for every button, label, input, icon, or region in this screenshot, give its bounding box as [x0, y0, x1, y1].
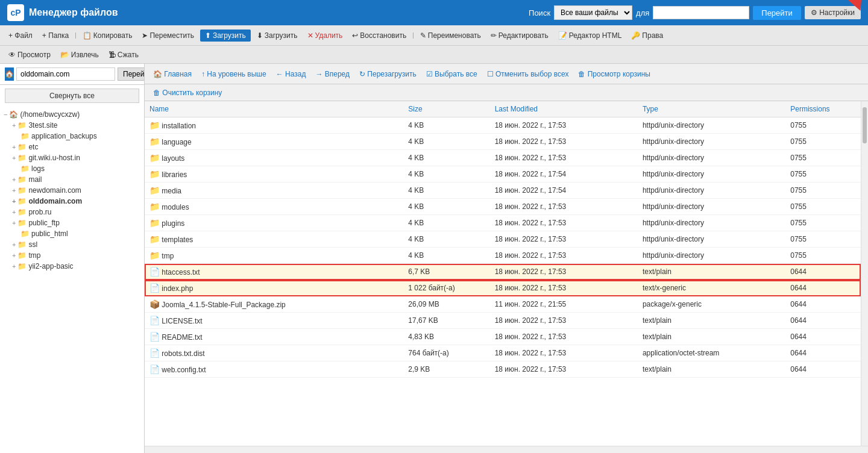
- rename-button[interactable]: ✎ Переименовать: [417, 30, 485, 41]
- cell-type: httpd/unix-directory: [638, 183, 785, 199]
- table-row[interactable]: 📁 templates 4 KB 18 июн. 2022 г., 17:53 …: [145, 231, 861, 248]
- col-name[interactable]: Name: [145, 101, 403, 117]
- tree-item-publichtml[interactable]: 📁 public_html: [0, 228, 144, 239]
- sidebar: 🏠 Перейти Свернуть все − 🏠 (/home/bwcycx…: [0, 64, 145, 453]
- edit-button[interactable]: ✏ Редактировать: [487, 30, 552, 41]
- plus-icon-3test: +: [12, 122, 16, 129]
- table-row[interactable]: 📁 plugins 4 KB 18 июн. 2022 г., 17:53 ht…: [145, 215, 861, 231]
- tree-item-newdomain[interactable]: + 📁 newdomain.com: [0, 185, 144, 196]
- nav-back-button[interactable]: ← Назад: [272, 69, 310, 80]
- col-permissions[interactable]: Permissions: [785, 101, 861, 117]
- table-row[interactable]: 📁 tmp 4 KB 18 июн. 2022 г., 17:53 httpd/…: [145, 248, 861, 264]
- nav-reload-button[interactable]: ↻ Перезагрузить: [356, 69, 420, 80]
- new-folder-button[interactable]: + Папка: [39, 30, 72, 41]
- table-row[interactable]: 📄 htaccess.txt 6,7 KB 18 июн. 2022 г., 1…: [145, 264, 861, 280]
- compress-icon: 🗜: [108, 51, 116, 59]
- nav-up-button[interactable]: ↑ На уровень выше: [198, 69, 270, 80]
- tree-item-olddomain[interactable]: + 📁 olddomain.com: [0, 196, 144, 207]
- tree-item-3test[interactable]: + 📁 3test.site: [0, 120, 144, 131]
- extract-icon: 📂: [60, 51, 69, 59]
- plus-icon-yii2: +: [12, 263, 16, 270]
- table-row[interactable]: 📁 libraries 4 KB 18 июн. 2022 г., 17:54 …: [145, 166, 861, 183]
- app-title: Менеджер файлов: [29, 7, 118, 18]
- plus-icon-newdomain: +: [12, 187, 16, 194]
- tree-item-ssl[interactable]: + 📁 ssl: [0, 239, 144, 250]
- file-table-wrap[interactable]: Name Size Last Modified Type Permissions…: [145, 101, 861, 446]
- upload-icon: ⬆: [205, 31, 211, 40]
- path-goto-button[interactable]: Перейти: [118, 67, 145, 81]
- table-row[interactable]: 📄 index.php 1 022 байт(-а) 18 июн. 2022 …: [145, 280, 861, 296]
- cell-perms: 0644: [785, 264, 861, 280]
- sidebar-address-bar: 🏠 Перейти: [0, 64, 144, 85]
- tree-item-yii2[interactable]: + 📁 yii2-app-basic: [0, 261, 144, 272]
- restore-button[interactable]: ↩ Восстановить: [348, 30, 410, 41]
- folder-icon-olddomain: 📁: [17, 197, 27, 205]
- table-area: Name Size Last Modified Type Permissions…: [145, 101, 868, 446]
- html-editor-button[interactable]: 📝 Редактор HTML: [555, 30, 626, 41]
- toolbar-primary: + Файл + Папка | 📋 Копировать ➤ Перемест…: [0, 25, 868, 46]
- col-size[interactable]: Size: [403, 101, 489, 117]
- folder-icon-logs: 📁: [20, 164, 30, 173]
- empty-trash-button[interactable]: 🗑 Очистить корзину: [149, 87, 225, 98]
- cell-name: 📁 libraries: [145, 166, 403, 183]
- table-row[interactable]: 📁 language 4 KB 18 июн. 2022 г., 17:53 h…: [145, 134, 861, 150]
- horizontal-scrollbar[interactable]: [145, 446, 868, 453]
- tree-label-mail: mail: [28, 175, 42, 184]
- table-row[interactable]: 📁 media 4 KB 18 июн. 2022 г., 17:54 http…: [145, 183, 861, 199]
- delete-button[interactable]: ✕ Удалить: [304, 30, 347, 41]
- table-row[interactable]: 📄 web.config.txt 2,9 KB 18 июн. 2022 г.,…: [145, 361, 861, 378]
- home-icon[interactable]: 🏠: [5, 67, 14, 81]
- new-file-button[interactable]: + Файл: [5, 30, 36, 41]
- view-button[interactable]: 👁 Просмотр: [5, 49, 54, 60]
- cell-name: 📄 LICENSE.txt: [145, 313, 403, 329]
- tree-item-appbackups[interactable]: 📁 application_backups: [0, 131, 144, 142]
- move-button[interactable]: ➤ Переместить: [138, 30, 198, 41]
- tree-item-gitwiki[interactable]: + 📁 git.wiki.u-host.in: [0, 152, 144, 163]
- download-button[interactable]: ⬇ Загрузить: [253, 30, 301, 41]
- vertical-scrollbar[interactable]: [861, 101, 868, 446]
- table-row[interactable]: 📄 robots.txt.dist 764 байт(-а) 18 июн. 2…: [145, 345, 861, 361]
- table-row[interactable]: 📁 installation 4 KB 18 июн. 2022 г., 17:…: [145, 117, 861, 134]
- rights-button[interactable]: 🔑 Права: [627, 30, 667, 41]
- tree-item-etc[interactable]: + 📁 etc: [0, 142, 144, 152]
- table-row[interactable]: 📦 Joomla_4.1.5-Stable-Full_Package.zip 2…: [145, 296, 861, 313]
- tree-item-probru[interactable]: + 📁 prob.ru: [0, 207, 144, 217]
- folder-icon: 📁: [149, 169, 160, 179]
- nav-trash-button[interactable]: 🗑 Просмотр корзины: [574, 69, 654, 80]
- nav-deselect-all-button[interactable]: ☐ Отменить выбор всех: [483, 69, 573, 80]
- cell-perms: 0755: [785, 166, 861, 183]
- nav-home-button[interactable]: 🏠 Главная: [149, 69, 195, 80]
- copy-button[interactable]: 📋 Копировать: [79, 30, 136, 41]
- cell-date: 18 июн. 2022 г., 17:53: [490, 199, 638, 215]
- table-row[interactable]: 📁 modules 4 KB 18 июн. 2022 г., 17:53 ht…: [145, 199, 861, 215]
- search-scope-select[interactable]: Все ваши файлы Текущий каталог: [554, 5, 632, 20]
- cell-name: 📄 index.php: [145, 280, 403, 296]
- nav-forward-button[interactable]: → Вперед: [312, 69, 353, 80]
- tree-label-etc: etc: [28, 143, 38, 151]
- folder-icon: 📁: [149, 137, 160, 146]
- extract-button[interactable]: 📂 Извлечь: [57, 49, 102, 60]
- tree-item-logs[interactable]: 📁 logs: [0, 163, 144, 174]
- col-type[interactable]: Type: [638, 101, 785, 117]
- cell-size: 2,9 KB: [403, 361, 489, 378]
- tree-item-publicftp[interactable]: + 📁 public_ftp: [0, 217, 144, 228]
- tree-item-mail[interactable]: + 📁 mail: [0, 174, 144, 185]
- search-input[interactable]: [653, 6, 749, 19]
- nav-select-all-button[interactable]: ☑ Выбрать все: [423, 69, 481, 80]
- folder-icon: 📁: [149, 218, 160, 228]
- path-input[interactable]: [16, 67, 115, 81]
- search-goto-button[interactable]: Перейти: [753, 6, 801, 20]
- upload-button[interactable]: ⬆ Загрузить: [200, 30, 251, 42]
- folder-icon: 📁: [149, 202, 160, 211]
- settings-button[interactable]: ⚙ Настройки: [805, 6, 861, 19]
- table-row[interactable]: 📄 README.txt 4,83 KB 18 июн. 2022 г., 17…: [145, 329, 861, 345]
- cell-date: 18 июн. 2022 г., 17:53: [490, 134, 638, 150]
- table-row[interactable]: 📄 LICENSE.txt 17,67 KB 18 июн. 2022 г., …: [145, 313, 861, 329]
- compress-button[interactable]: 🗜 Сжать: [105, 49, 142, 60]
- table-row[interactable]: 📁 layouts 4 KB 18 июн. 2022 г., 17:53 ht…: [145, 150, 861, 166]
- col-last-modified[interactable]: Last Modified: [490, 101, 638, 117]
- tree-item-root[interactable]: − 🏠 (/home/bwcycxzw): [0, 109, 144, 120]
- collapse-all-button[interactable]: Свернуть все: [5, 89, 139, 103]
- cell-type: text/plain: [638, 313, 785, 329]
- tree-item-tmp[interactable]: + 📁 tmp: [0, 250, 144, 261]
